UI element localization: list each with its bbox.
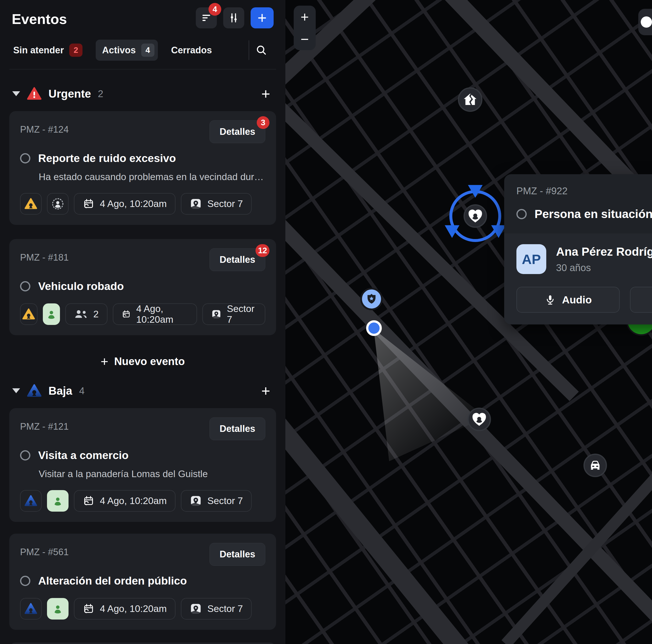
assigned-person-chip — [47, 598, 69, 619]
person-age: 30 años — [556, 262, 652, 273]
marker-person-selected[interactable] — [464, 204, 487, 228]
section-add-button[interactable]: + — [259, 86, 273, 101]
baja-priority-icon — [27, 384, 42, 398]
map-canvas[interactable]: + − — [286, 0, 652, 644]
events-list: Urgente 2 + PMZ - #124 Detalles 3 Report… — [9, 69, 276, 644]
urgent-triangle-icon — [25, 197, 37, 210]
sliders-icon — [227, 12, 240, 24]
unassigned-person-chip — [47, 193, 69, 215]
event-id: PMZ - #121 — [20, 417, 69, 432]
tab-label: Sin atender — [13, 45, 64, 56]
sector-chip: Sector 7 — [181, 490, 252, 512]
event-title: Reporte de ruido excesivo — [38, 152, 176, 165]
page-title: Eventos — [12, 7, 67, 27]
search-icon — [255, 44, 268, 57]
section-urgente[interactable]: Urgente 2 + — [9, 81, 276, 107]
event-description: Ha estado causando problemas en la vecin… — [39, 171, 265, 182]
people-count-chip: 2 — [65, 303, 107, 325]
event-card-561[interactable]: PMZ - #561 Detalles Alteración del orden… — [9, 534, 276, 630]
filter-button[interactable]: 4 — [196, 7, 217, 28]
people-icon — [74, 309, 88, 319]
details-button-label: Detalles — [220, 549, 255, 560]
new-event-label: Nuevo evento — [114, 355, 185, 367]
details-button-label: Detalles — [220, 254, 255, 265]
police-badge-icon — [365, 292, 378, 306]
calendar-sync-icon — [83, 198, 94, 210]
status-radio[interactable] — [20, 281, 30, 291]
details-button[interactable]: Detalles — [210, 543, 265, 566]
event-card-121[interactable]: PMZ - #121 Detalles Visita a comercio Vi… — [9, 408, 276, 522]
details-button-label: Detalles — [220, 424, 255, 434]
marker-vehicle[interactable] — [583, 454, 607, 477]
marker-property-damage[interactable] — [458, 87, 482, 112]
event-id: PMZ - #181 — [20, 248, 69, 263]
details-button[interactable]: Detalles 12 — [210, 248, 265, 271]
event-meta-chips: 4 Ago, 10:20am Sector 7 — [20, 490, 265, 512]
marker-person[interactable] — [467, 408, 491, 431]
tab-activos[interactable]: Activos 4 — [96, 39, 158, 61]
map-corner-button[interactable] — [638, 9, 652, 35]
map-pin-icon — [190, 603, 202, 615]
people-count: 2 — [93, 309, 99, 319]
new-event-button[interactable]: + Nuevo evento — [9, 349, 276, 371]
event-title: Persona en situación de — [535, 207, 652, 221]
event-card-181[interactable]: PMZ - #181 Detalles 12 Vehiculo robado — [9, 239, 276, 335]
sector-label: Sector 7 — [207, 198, 243, 209]
marker-police-unit[interactable] — [360, 288, 383, 310]
section-baja[interactable]: Baja 4 + — [9, 378, 276, 404]
chevron-down-icon[interactable] — [12, 91, 20, 96]
event-card-922[interactable]: PMZ - #922 Atender Operativo ARGUS Patru… — [9, 643, 276, 644]
zoom-out-button[interactable]: − — [294, 28, 316, 50]
map-zoom-controls: + − — [294, 6, 316, 50]
unattended-badge: 2 — [69, 44, 82, 57]
calendar-sync-icon — [121, 308, 131, 320]
status-tabs: Sin atender 2 Activos 4 Cerrados — [12, 39, 274, 61]
date-label: 4 Ago, 10:20am — [136, 303, 188, 325]
details-button[interactable]: Detalles — [210, 417, 265, 440]
zoom-in-button[interactable]: + — [294, 6, 316, 28]
priority-chip — [20, 490, 42, 512]
search-button[interactable] — [249, 44, 274, 57]
status-radio[interactable] — [20, 153, 30, 164]
section-add-button[interactable]: + — [259, 383, 273, 398]
status-radio[interactable] — [20, 576, 30, 586]
tab-sin-atender[interactable]: Sin atender 2 — [12, 43, 84, 57]
chevron-down-icon[interactable] — [12, 388, 20, 393]
heart-person-icon — [467, 208, 483, 224]
person-icon — [51, 603, 64, 615]
filter-badge: 4 — [209, 3, 221, 16]
details-badge: 12 — [255, 244, 269, 257]
event-popup: PMZ - #922 Persona en situación de AP An… — [504, 174, 652, 325]
status-radio[interactable] — [516, 209, 527, 219]
priority-chip — [20, 598, 42, 619]
event-id: PMZ - #922 — [516, 186, 652, 196]
event-popup-header: PMZ - #922 Persona en situación de — [504, 174, 652, 233]
section-count: 4 — [79, 385, 84, 396]
date-label: 4 Ago, 10:20am — [100, 496, 167, 506]
date-chip: 4 Ago, 10:20am — [74, 193, 175, 215]
secondary-action-button[interactable] — [630, 287, 652, 313]
status-radio[interactable] — [20, 450, 30, 460]
sector-chip: Sector 7 — [202, 303, 265, 325]
audio-button[interactable]: Audio — [516, 287, 620, 313]
date-chip: 4 Ago, 10:20am — [113, 303, 197, 325]
car-icon — [588, 458, 603, 473]
priority-chip — [20, 193, 42, 215]
add-event-button[interactable]: + — [251, 7, 274, 28]
app: + − — [0, 0, 652, 644]
calendar-sync-icon — [83, 495, 94, 507]
plus-icon: + — [257, 10, 267, 26]
event-card-124[interactable]: PMZ - #124 Detalles 3 Reporte de ruido e… — [9, 111, 276, 225]
sector-label: Sector 7 — [207, 496, 243, 506]
urgent-triangle-icon — [22, 308, 35, 320]
priority-chip — [20, 303, 37, 325]
tab-cerrados[interactable]: Cerrados — [170, 45, 213, 56]
view-cone — [374, 329, 486, 461]
audio-button-label: Audio — [562, 294, 592, 306]
urgent-warning-icon — [27, 86, 42, 101]
event-meta-chips: 4 Ago, 10:20am Sector 7 — [20, 193, 265, 215]
date-label: 4 Ago, 10:20am — [100, 198, 167, 209]
settings-sliders-button[interactable] — [223, 7, 244, 28]
sector-chip: Sector 7 — [181, 598, 252, 619]
details-button[interactable]: Detalles 3 — [210, 120, 265, 143]
